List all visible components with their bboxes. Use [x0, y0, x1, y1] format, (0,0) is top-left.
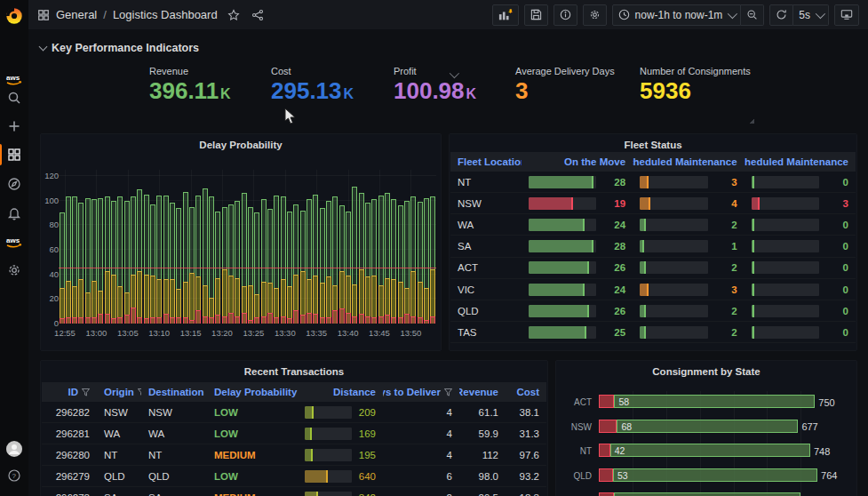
bar-group[interactable] — [203, 170, 208, 324]
bar-group[interactable] — [242, 170, 247, 324]
table-row[interactable]: 296282NSWNSWLOW209461.138.1 — [42, 402, 546, 423]
bar-group[interactable] — [365, 170, 370, 324]
bar-group[interactable] — [281, 170, 286, 324]
panel-title[interactable]: Fleet Status — [450, 140, 856, 150]
bar-group[interactable] — [150, 170, 155, 324]
bar-group[interactable] — [359, 170, 364, 324]
zoom-out-time-button[interactable] — [741, 4, 764, 26]
alerting-bell-icon[interactable] — [0, 202, 28, 225]
bar-group[interactable] — [111, 170, 116, 324]
column-header-distance[interactable]: Distance — [298, 387, 383, 397]
star-icon[interactable] — [227, 9, 240, 21]
bar-group[interactable] — [222, 170, 227, 324]
time-range-picker[interactable]: now-1h to now-1m — [612, 4, 742, 26]
bar-group[interactable] — [66, 170, 71, 324]
bar-group[interactable] — [209, 170, 214, 324]
bar-group[interactable] — [131, 170, 136, 324]
configuration-gear-icon[interactable] — [0, 259, 28, 282]
bar-group[interactable] — [215, 170, 220, 324]
bar-group[interactable] — [176, 170, 181, 324]
filter-funnel-icon[interactable] — [444, 388, 452, 396]
column-header-revenue[interactable]: Revenue — [459, 387, 506, 397]
bar-group[interactable] — [287, 170, 292, 324]
bar-group[interactable] — [189, 170, 195, 324]
column-header-on-the-move[interactable]: On the Move — [522, 156, 633, 167]
breadcrumb-dashboard-title[interactable]: Logistics Dashboard — [113, 8, 218, 21]
bar-group[interactable] — [144, 170, 149, 324]
bar-group[interactable] — [307, 170, 312, 324]
bar-group[interactable] — [391, 170, 396, 324]
bar-group[interactable] — [378, 170, 384, 324]
bar-group[interactable] — [170, 170, 175, 324]
bar-group[interactable] — [293, 170, 299, 324]
bar-group[interactable] — [300, 170, 306, 324]
bar-group[interactable] — [235, 170, 240, 324]
table-row[interactable]: ACT2620 — [450, 258, 856, 279]
bar-group[interactable] — [117, 170, 123, 324]
bar-group[interactable] — [418, 170, 423, 324]
panel-title[interactable]: Consignment by State — [556, 366, 856, 377]
bar-group[interactable] — [410, 170, 416, 324]
user-avatar[interactable] — [0, 437, 28, 460]
bar-group[interactable] — [92, 170, 97, 324]
bar-group[interactable] — [78, 170, 84, 324]
dashboard-settings-button[interactable] — [583, 4, 607, 26]
panel-menu-chevron-icon[interactable] — [450, 66, 457, 82]
create-plus-icon[interactable] — [0, 115, 28, 138]
dashboards-icon[interactable] — [0, 143, 28, 166]
column-header-scheduled-maintenance[interactable]: Scheduled Maintenance — [633, 156, 744, 167]
bar-group[interactable] — [404, 170, 410, 324]
column-header-cost[interactable]: Cost — [506, 387, 546, 397]
table-row[interactable]: SA2810 — [450, 236, 856, 258]
table-row[interactable]: NT2830 — [450, 172, 856, 193]
column-header-destination[interactable]: Destination — [141, 387, 207, 397]
bar-group[interactable] — [326, 170, 331, 324]
panel-title[interactable]: Delay Probability — [41, 140, 441, 150]
bar-group[interactable] — [371, 170, 377, 324]
bar-group[interactable] — [430, 170, 435, 324]
cycle-view-mode-button[interactable] — [834, 4, 859, 26]
aws-logo-icon[interactable]: aws — [0, 230, 28, 253]
bar-group[interactable] — [398, 170, 403, 324]
bar-group[interactable] — [163, 170, 169, 324]
bar-group[interactable] — [332, 170, 338, 324]
column-header-days-to-deliver[interactable]: Days to Deliver — [383, 387, 459, 397]
table-row[interactable]: 296279QLDQLDLOW640698.093.2 — [42, 466, 546, 487]
kpi-panel-average-delivery-days[interactable]: Average Delivery Days3 — [515, 66, 633, 103]
bar-group[interactable] — [85, 170, 91, 324]
bar-group[interactable] — [261, 170, 267, 324]
bar-group[interactable] — [183, 170, 188, 324]
help-question-icon[interactable]: ? — [0, 464, 28, 487]
column-header-fleet-location[interactable]: Fleet Location — [450, 156, 522, 167]
grafana-logo-icon[interactable] — [0, 4, 28, 28]
add-panel-button[interactable]: + — [492, 4, 519, 26]
bar-group[interactable] — [195, 170, 201, 324]
bar-group[interactable] — [124, 170, 130, 324]
bar-group[interactable] — [385, 170, 390, 324]
bar-group[interactable] — [267, 170, 273, 324]
panel-title[interactable]: Recent Transactions — [41, 366, 547, 377]
delay-probability-chart[interactable]: 02040608010012012:5513:0013:0513:1013:15… — [59, 170, 436, 324]
refresh-dashboard-button[interactable] — [769, 4, 793, 26]
row-key-performance-indicators[interactable]: Key Performance Indicators — [40, 42, 199, 54]
bar-group[interactable] — [228, 170, 234, 324]
bar-group[interactable] — [248, 170, 253, 324]
table-row[interactable]: VIC2430 — [450, 279, 856, 300]
bar-group[interactable] — [424, 170, 429, 324]
table-row[interactable]: 296280NTNTMEDIUM195411297.6 — [42, 444, 546, 466]
breadcrumb-section[interactable]: General — [56, 8, 97, 21]
table-row[interactable]: WA2420 — [450, 214, 856, 236]
column-header-id[interactable]: ID — [42, 387, 97, 397]
bar-group[interactable] — [313, 170, 318, 324]
filter-funnel-icon[interactable] — [82, 388, 90, 396]
bar-group[interactable] — [72, 170, 77, 324]
table-row[interactable]: 296281WAWALOW169459.931.3 — [42, 423, 546, 444]
bar-group[interactable] — [274, 170, 279, 324]
kpi-panel-revenue[interactable]: Revenue396.11K — [149, 66, 267, 107]
panel-resize-handle[interactable] — [749, 118, 754, 124]
kpi-panel-cost[interactable]: Cost295.13K — [271, 66, 388, 107]
bar-group[interactable] — [60, 170, 65, 324]
bar-group[interactable] — [320, 170, 325, 324]
column-header-origin[interactable]: Origin — [97, 387, 141, 397]
explore-compass-icon[interactable] — [0, 172, 28, 196]
